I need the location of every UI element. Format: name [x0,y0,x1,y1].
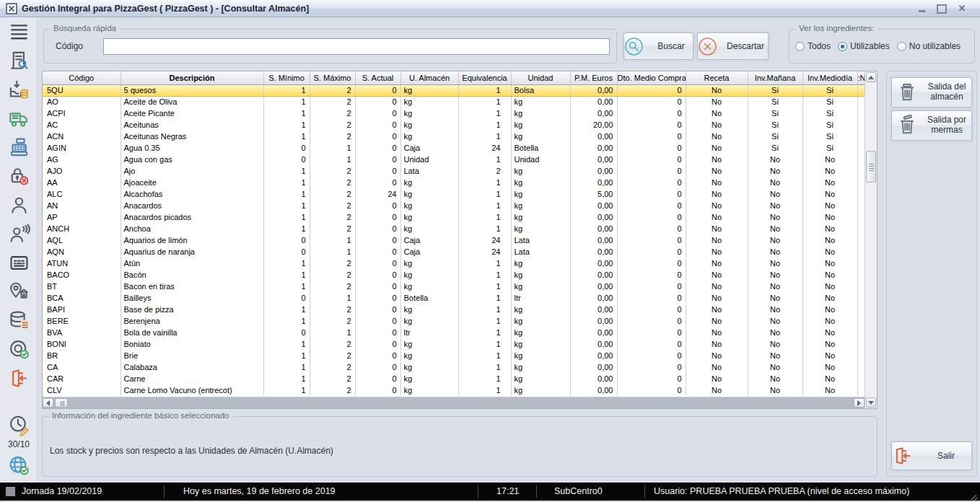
salida-mermas-button[interactable]: Salida por mermas [891,110,972,141]
table-row[interactable]: BEREBerenjena120kg1kg0,000NoNoNo [43,315,865,327]
salida-mermas-label: Salida por mermas [922,115,971,136]
inbox-coins-icon[interactable] [0,75,38,104]
status-date: Hoy es martes, 19 de febrero de 2019 [183,486,336,496]
store-location-icon[interactable] [0,277,38,306]
table-row[interactable]: BAPIBase de pizza120kg1kg0,000NoNoNo [43,304,865,315]
table-row[interactable]: ACNAceitunas Negras120kg1kg0,000NoSiSi [43,131,865,142]
table-row[interactable]: BACOBacón120kg1kg0,000NoNoNo [43,269,865,281]
vertical-scroll-thumb[interactable] [866,151,876,182]
radio-no-utilizables[interactable]: No utilizables [897,41,961,51]
lock-denied-icon[interactable] [0,162,38,190]
globe-sync-icon[interactable] [0,451,38,480]
user-activity-icon[interactable] [0,219,38,248]
minimize-icon[interactable] [916,4,927,14]
vertical-scrollbar[interactable] [865,71,877,408]
status-square-icon [6,487,15,496]
table-row[interactable]: ATUNAtún120kg1kg0,000NoNoNo [43,257,865,269]
table-row[interactable]: ANAnacardos120kg1kg0,000NoNoNo [43,200,865,211]
radio-utilizables[interactable]: Utilizables [838,41,890,51]
scroll-left-icon[interactable] [43,398,53,408]
table-row[interactable]: AAAjoaceite120kg1kg0,000NoNoNo [43,177,865,188]
info-text: Los stock y precios son respecto a las U… [50,446,333,456]
table-row[interactable]: APAnacardos picados120kg1kg0,000NoNoNo [43,211,865,223]
scroll-right-icon[interactable] [854,398,865,408]
codigo-label: Código [56,41,83,51]
ingredients-filter-group: Ver los ingredientes: Todos Utilizables … [789,29,975,63]
buscar-button[interactable]: Buscar [624,32,694,60]
table-row[interactable]: BCABailleys010Botella1ltr0,000NoNoNo [43,292,865,304]
maximize-icon[interactable] [937,4,947,14]
table-row[interactable]: ACAceitunas120kg1kg20,000NoSiSi [43,119,865,131]
table-row[interactable]: AGAgua con gas010Unidad1Unidad0,000NoNoN… [43,154,865,165]
table-row[interactable]: CARCarne120kg1kg0,000NoNoNo [43,373,865,384]
table-row[interactable]: BRBrie120kg1kg0,000NoNoNo [43,350,865,361]
trash-icon [896,82,918,103]
info-group-label: Información del ingrediente básico selec… [48,411,233,420]
info-group: Información del ingrediente básico selec… [42,416,878,477]
logout-icon[interactable] [0,364,38,392]
column-header[interactable]: Inv.Mañana [748,71,802,84]
codigo-input[interactable] [103,38,610,55]
salir-label: Salir [921,451,971,461]
table-row[interactable]: AQNAquarius de naranja010Caja24Lata0,000… [43,246,865,257]
cash-register-icon[interactable] [0,133,38,162]
resize-grip[interactable] [971,495,977,501]
table-row[interactable]: ACPIAceite Picante120kg1kg0,000NoSiSi [43,107,865,119]
column-header[interactable]: U. Almacén [401,71,458,84]
clock-edit-icon[interactable] [0,411,38,439]
column-header[interactable]: Descripción [121,71,263,84]
column-header[interactable]: Equivalencia [458,71,511,84]
status-jornada: Jornada 19/02/2019 [22,486,102,496]
table-row[interactable]: BONIBoniato120kg1kg0,000NoNoNo [43,338,865,350]
column-header[interactable]: S. Máximo [310,71,355,84]
table-row[interactable]: BTBacon en tiras120kg1kg0,000NoNoNo [43,281,865,292]
table-row[interactable]: AJOAjo120Lata2kg0,000NoNoNo [43,165,865,177]
column-header[interactable]: :Noc [857,71,865,84]
scroll-up-icon[interactable] [866,72,876,82]
keypad-icon[interactable] [0,248,38,277]
close-icon[interactable]: ✕ [957,4,967,14]
descartar-button[interactable]: Descartar [697,32,769,60]
horizontal-scrollbar[interactable] [43,397,865,408]
table-body: 5QU5 quesos120kg1Bolsa0,000NoSiSiAOAceit… [43,84,865,396]
radio-todos[interactable]: Todos [795,41,831,51]
table-row[interactable]: AGINAgua 0.35010Caja24Botella0,000NoSiSi [43,142,865,154]
table-row[interactable]: ANCHAnchoa120kg1kg0,000NoNoNo [43,223,865,234]
salida-almacen-button[interactable]: Salida del almacén [891,77,972,107]
table-row[interactable]: CACalabaza120kg1kg0,000NoNoNo [43,361,865,373]
status-usuario: Usuario: PRUEBA PRUEBA PRUEBA (nivel de … [654,486,909,496]
support-ring-icon[interactable] [0,335,38,364]
table-row[interactable]: AQLAquarios de limón010Caja24Lata0,000No… [43,234,865,246]
status-centro: SubCentro0 [554,486,603,496]
column-header[interactable]: Unidad [511,71,570,84]
column-header[interactable]: P.M. Euros [570,71,617,84]
descartar-label: Descartar [723,41,768,51]
horizontal-scroll-thumb[interactable] [55,398,68,408]
column-header[interactable]: Inv.Mediodía [802,71,857,84]
user-icon[interactable] [0,190,38,219]
ingredients-table: CódigoDescripciónS. MínimoS. MáximoS. Ac… [43,71,865,396]
table-row[interactable]: ALCAlcachofas1224kg1kg5,000NoNoNo [43,188,865,200]
database-icon[interactable] [0,306,38,335]
exit-door-icon [892,445,914,467]
column-header[interactable]: S. Actual [355,71,401,84]
column-header[interactable]: Receta [686,71,748,84]
ingredients-grid: CódigoDescripciónS. MínimoS. MáximoS. Ac… [42,71,878,409]
actions-panel: Salida del almacén Salida por mermas Sal… [886,71,977,477]
table-row[interactable]: 5QU5 quesos120kg1Bolsa0,000NoSiSi [43,84,865,96]
radio-label: Utilizables [850,41,890,51]
column-header[interactable]: Código [43,71,121,84]
scroll-down-icon[interactable] [866,397,876,408]
column-header[interactable]: Dto. Medio Compra [617,71,686,84]
title-bar: Gestión Integral para PizzaGest ( PizzaG… [0,0,980,17]
salir-button[interactable]: Salir [891,441,972,470]
truck-icon[interactable] [0,104,38,133]
table-row[interactable]: BVABola de vainilla010ltr1kg0,000NoNoNo [43,327,865,338]
column-header[interactable]: S. Mínimo [263,71,310,84]
menu-icon[interactable] [0,17,38,46]
table-header-row: CódigoDescripciónS. MínimoS. MáximoS. Ac… [43,71,865,84]
orders-search-icon[interactable] [0,46,38,75]
table-row[interactable]: CLVCarne Lomo Vacuno (entrecot)120kg1kg0… [43,384,865,396]
salida-almacen-label: Salida del almacén [922,82,971,102]
table-row[interactable]: AOAceite de Oliva120kg1kg0,000NoSiSi [43,96,865,107]
